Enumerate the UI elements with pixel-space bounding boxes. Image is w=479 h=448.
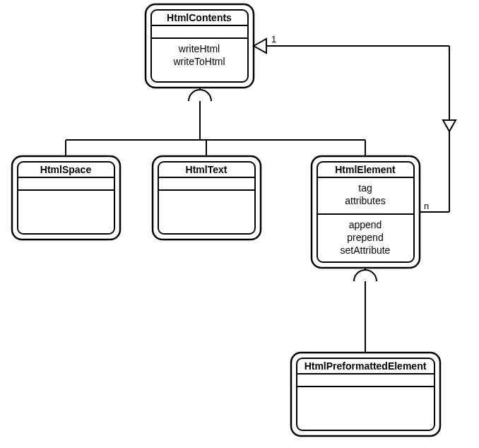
class-method: writeToHtml — [172, 56, 225, 67]
multiplicity-label: 1 — [271, 34, 276, 45]
association-element-to-contents: 1 n — [254, 34, 456, 212]
class-method: prepend — [347, 232, 383, 243]
multiplicity-label: n — [424, 201, 429, 211]
class-title: HtmlSpace — [40, 164, 92, 175]
class-htmlcontents: HtmlContents writeHtml writeToHtml — [146, 4, 254, 88]
class-attr: tag — [358, 182, 372, 194]
class-title: HtmlText — [186, 164, 227, 175]
svg-marker-32 — [443, 120, 456, 131]
class-method: append — [349, 219, 382, 230]
class-htmlspace: HtmlSpace — [12, 156, 120, 240]
generalization-arc-htmlcontents — [66, 88, 365, 156]
class-title: HtmlPreformattedElement — [304, 360, 427, 372]
class-attr: attributes — [345, 195, 386, 206]
class-method: writeHtml — [178, 43, 220, 54]
class-htmlpreformattedelement: HtmlPreformattedElement — [291, 353, 440, 436]
class-title: HtmlContents — [167, 12, 232, 23]
open-arrowhead-icon — [443, 120, 456, 131]
class-htmlelement: HtmlElement tag attributes append prepen… — [312, 156, 420, 268]
hollow-arrowhead-icon — [254, 39, 266, 53]
class-htmltext: HtmlText — [153, 156, 261, 240]
svg-marker-31 — [254, 39, 266, 53]
class-title: HtmlElement — [335, 164, 396, 175]
generalization-arc-htmlelement — [354, 268, 377, 353]
class-method: setAttribute — [341, 244, 391, 256]
